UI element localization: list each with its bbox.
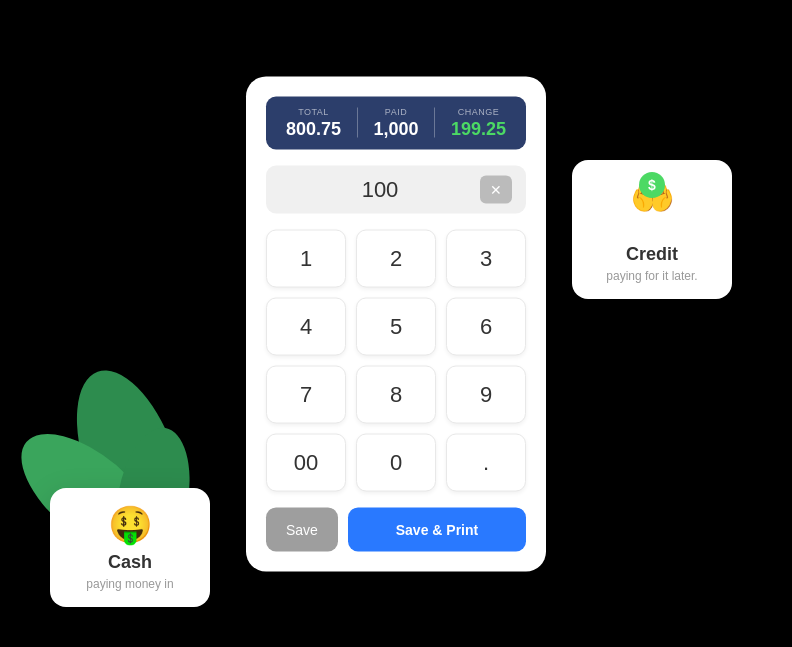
credit-dollar-circle: $: [639, 172, 665, 198]
num-9-button[interactable]: 9: [446, 365, 526, 423]
num-1-button[interactable]: 1: [266, 229, 346, 287]
calculator-card: TOTAL 800.75 PAID 1,000 CHANGE 199.25 10…: [246, 76, 546, 571]
scene: TOTAL 800.75 PAID 1,000 CHANGE 199.25 10…: [0, 0, 792, 647]
credit-icon-wrapper: 🤲 $: [622, 176, 682, 236]
save-print-button[interactable]: Save & Print: [348, 507, 526, 551]
change-label: CHANGE: [458, 106, 500, 116]
cash-card[interactable]: 🤑 Cash paying money in: [50, 488, 210, 607]
total-label: TOTAL: [298, 106, 329, 116]
input-row: 100 ✕: [266, 165, 526, 213]
numpad: 1 2 3 4 5 6 7 8 9 00 0 .: [266, 229, 526, 491]
change-value: 199.25: [451, 118, 506, 139]
num-8-button[interactable]: 8: [356, 365, 436, 423]
divider-1: [357, 108, 358, 138]
save-button[interactable]: Save: [266, 507, 338, 551]
divider-2: [434, 108, 435, 138]
paid-label: PAID: [385, 106, 407, 116]
num-3-button[interactable]: 3: [446, 229, 526, 287]
num-5-button[interactable]: 5: [356, 297, 436, 355]
dollar-symbol: $: [648, 177, 656, 193]
num-dot-button[interactable]: .: [446, 433, 526, 491]
paid-section: PAID 1,000: [373, 106, 418, 139]
change-section: CHANGE 199.25: [451, 106, 506, 139]
action-buttons: Save Save & Print: [266, 507, 526, 551]
cash-icon: 🤑: [66, 504, 194, 546]
credit-title: Credit: [588, 244, 716, 265]
num-7-button[interactable]: 7: [266, 365, 346, 423]
credit-card[interactable]: 🤲 $ Credit paying for it later.: [572, 160, 732, 299]
backspace-icon: ✕: [490, 181, 502, 197]
total-section: TOTAL 800.75: [286, 106, 341, 139]
num-4-button[interactable]: 4: [266, 297, 346, 355]
backspace-button[interactable]: ✕: [480, 175, 512, 203]
paid-value: 1,000: [373, 118, 418, 139]
num-2-button[interactable]: 2: [356, 229, 436, 287]
num-6-button[interactable]: 6: [446, 297, 526, 355]
cash-title: Cash: [66, 552, 194, 573]
credit-subtitle: paying for it later.: [588, 269, 716, 283]
total-value: 800.75: [286, 118, 341, 139]
num-0-button[interactable]: 0: [356, 433, 436, 491]
cash-subtitle: paying money in: [66, 577, 194, 591]
input-display: 100: [280, 176, 480, 202]
num-00-button[interactable]: 00: [266, 433, 346, 491]
display-bar: TOTAL 800.75 PAID 1,000 CHANGE 199.25: [266, 96, 526, 149]
